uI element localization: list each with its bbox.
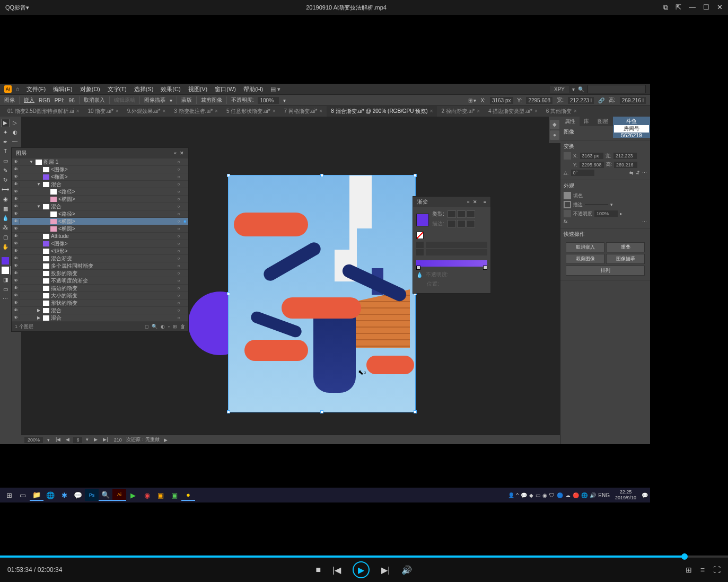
last-artboard-icon[interactable]: ▶| [101,437,109,443]
photoshop-icon[interactable]: Ps [85,489,99,501]
document-tab[interactable]: 2 径向渐变.ai*× [437,106,484,117]
tray-icon[interactable]: 🔴 [573,492,579,498]
layer-locate-icon[interactable]: ◻ [145,324,148,329]
edit-original-button[interactable]: 编辑原稿 [114,96,135,104]
document-tab[interactable]: 7 网格渐变.ai*× [280,106,327,117]
open-icon[interactable]: ⊞ [686,566,692,574]
app-icon-2[interactable]: ▣ [168,489,181,501]
rectangle-tool[interactable]: ▭ [1,157,10,165]
wechat-icon[interactable]: 💬 [71,489,85,501]
quick-crop[interactable]: 裁剪图像 [566,254,604,264]
layer-row[interactable]: 👁<椭圆>○ [12,173,188,181]
layer-row[interactable]: 👁▼混合○ [12,181,188,188]
mask-button[interactable]: 蒙版 [181,96,192,104]
lasso-tool[interactable]: ◐ [11,128,19,137]
layer-row[interactable]: 👁多个属性同时渐变○ [12,262,188,270]
fullscreen-icon[interactable]: ⛶ [713,566,721,574]
play-icon[interactable]: ▶ [353,561,370,578]
people-icon[interactable]: 👤 [508,492,514,498]
menu-item[interactable]: 文件(F) [23,84,49,94]
layer-row[interactable]: 👁<椭圆>○■ [12,218,188,225]
tray-chevron-icon[interactable]: ^ [516,492,519,498]
prop-x[interactable]: 3163 px [580,153,603,159]
shape-builder-tool[interactable]: ◉ [1,195,10,204]
crop-button[interactable]: 裁剪图像 [201,96,222,104]
qqplayer-icon[interactable]: ● [181,489,195,501]
layer-row[interactable]: 👁<椭圆>○ [12,196,188,203]
network-icon[interactable]: 🌐 [581,492,587,498]
layer-row[interactable]: 👁描边的渐变○ [12,285,188,292]
linear-gradient-icon[interactable] [448,210,456,218]
artboard-number[interactable]: 6 [73,437,82,443]
gradient-stop[interactable] [483,266,487,270]
user-label[interactable]: XPY [550,86,569,93]
aspect-field[interactable] [426,249,487,255]
layer-row[interactable]: 👁<椭圆>○ [12,225,188,233]
menu-item[interactable]: 窗口(W) [212,84,239,94]
document-tab[interactable]: 01 渐变2.5D圆形特点解析.ai× [3,106,83,117]
ime-label[interactable]: ENG [598,492,610,498]
tray-icon[interactable]: 🛡 [549,492,555,498]
music-app-icon[interactable]: ◉ [140,489,154,501]
prop-angle[interactable]: 0° [571,170,594,176]
menu-item[interactable]: 视图(V) [185,84,211,94]
chrome-icon[interactable]: 🌐 [43,489,57,501]
shaper-tool[interactable]: ✎ [1,166,10,175]
opacity-field[interactable]: 100% [258,97,279,104]
document-tab[interactable]: 3 渐变批注者.ai*× [170,106,222,117]
fill-icon[interactable] [564,192,571,199]
menu-item[interactable]: 文字(T) [104,84,130,94]
stroke-grad-3-icon[interactable] [467,220,475,227]
h-field[interactable]: 269.216 i [620,97,646,104]
layer-row[interactable]: 👁投影的渐变○ [12,270,188,277]
fill-color[interactable] [1,266,10,275]
media-app-icon[interactable]: ▶ [126,489,140,501]
stop-icon[interactable]: ■ [316,565,321,575]
document-tab[interactable]: 5 任意形状渐变.ai*× [222,106,280,117]
first-artboard-icon[interactable]: |◀ [54,437,62,443]
layer-search-icon[interactable]: 🔍 [152,324,157,329]
flip-h-icon[interactable]: ⇋ [629,170,634,175]
image-trace-button[interactable]: 图像描摹 [144,96,165,104]
edit-toolbar[interactable]: ⋯ [1,295,10,303]
minimize-icon[interactable]: — [689,3,696,12]
layer-row[interactable]: 👁<矩形>○ [12,248,188,255]
layer-row[interactable]: 👁▼图层 1○ [12,158,188,166]
playlist-icon[interactable]: ≡ [700,566,705,574]
pip-icon[interactable]: ⧉ [663,3,668,12]
tray-icon[interactable]: ☁ [565,492,571,498]
selection-tool[interactable]: ▶ [1,119,10,127]
symbol-sprayer-tool[interactable]: ⁂ [1,224,10,232]
quick-arrange[interactable]: 排列 [566,266,645,276]
menu-item[interactable]: 编辑(E) [50,84,76,94]
rotate-tool[interactable]: ↻ [1,176,10,184]
menu-item[interactable]: 对象(O) [77,84,103,94]
home-icon[interactable]: ⌂ [14,85,21,93]
layer-mask-icon[interactable]: ◐ [161,324,165,329]
tray-icon[interactable]: 💬 [521,492,527,498]
tray-icon[interactable]: ◆ [529,492,533,498]
document-tab[interactable]: 8 混合渐变.ai* @ 200% (RGB/GPU 预览)× [327,106,437,117]
taskbar-clock[interactable]: 22:252019/9/10 [612,489,639,501]
search-icon[interactable]: 🔍 [578,86,584,92]
y-field[interactable]: 2295.608 [526,97,552,104]
flip-v-icon[interactable]: ⇵ [636,170,640,175]
layer-row[interactable]: 👁<路径>○ [12,210,188,218]
start-icon[interactable]: ⊞ [2,489,16,501]
stroke-icon[interactable] [564,201,571,208]
star-app-icon[interactable]: ✱ [57,489,71,501]
magic-wand-tool[interactable]: ✦ [1,128,10,137]
screen-mode[interactable]: ▭ [1,285,10,294]
quick-trace[interactable]: 图像描摹 [606,254,645,264]
layer-row[interactable]: 👁形状的渐变○ [12,299,188,307]
fill-swatch[interactable] [1,257,10,265]
quick-unembed[interactable]: 取消嵌入 [566,242,604,252]
embed-button[interactable]: 嵌入 [24,96,34,104]
type-tool[interactable]: T [1,147,10,156]
fx-button[interactable]: fx. [564,219,569,224]
layer-row[interactable]: 👁大小的渐变○ [12,292,188,299]
layer-row[interactable]: 👁▶混合○ [12,307,188,314]
tab-properties[interactable]: 属性 [560,117,580,126]
eyedropper-tool[interactable]: 💧 [1,214,10,223]
prop-y[interactable]: 2295.608 [580,162,604,168]
